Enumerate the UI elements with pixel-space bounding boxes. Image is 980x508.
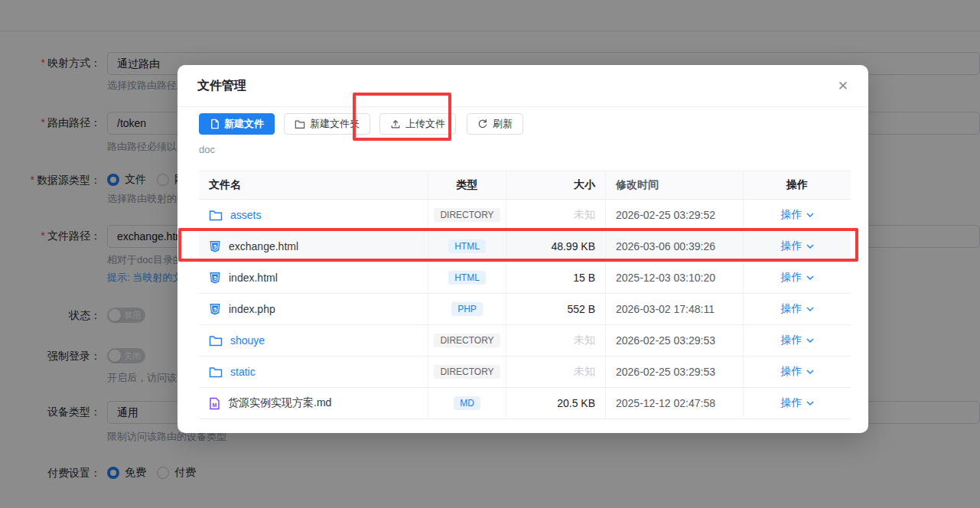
file-mtime: 2026-02-25 03:29:53 bbox=[606, 357, 744, 388]
file-mtime: 2025-12-03 03:10:20 bbox=[606, 262, 744, 294]
new-folder-button[interactable]: 新建文件夹 bbox=[284, 113, 370, 135]
chevron-down-icon bbox=[806, 401, 814, 406]
svg-text:5: 5 bbox=[213, 306, 217, 313]
chevron-down-icon bbox=[806, 244, 814, 249]
file-size: 未知 bbox=[506, 325, 606, 357]
file-size: 未知 bbox=[506, 357, 606, 388]
html-file-icon: 5 bbox=[209, 240, 221, 253]
type-badge: DIRECTORY bbox=[434, 334, 500, 347]
action-dropdown[interactable]: 操作 bbox=[781, 239, 814, 253]
file-size: 48.99 KB bbox=[506, 231, 606, 262]
action-dropdown[interactable]: 操作 bbox=[781, 302, 814, 316]
column-header-type: 类型 bbox=[428, 171, 506, 200]
column-header-action: 操作 bbox=[744, 171, 851, 200]
file-mtime: 2026-03-06 00:39:26 bbox=[606, 231, 744, 262]
svg-text:5: 5 bbox=[213, 275, 217, 282]
file-name: 货源实例实现方案.md bbox=[228, 396, 331, 410]
file-size: 未知 bbox=[506, 200, 606, 231]
table-row: assets DIRECTORY 未知 2026-02-25 03:29:52 … bbox=[199, 200, 851, 231]
close-icon[interactable]: ✕ bbox=[838, 80, 848, 93]
type-badge: DIRECTORY bbox=[434, 208, 500, 222]
refresh-icon bbox=[477, 119, 488, 129]
type-badge: MD bbox=[454, 396, 480, 410]
type-badge: DIRECTORY bbox=[434, 365, 500, 379]
new-file-button[interactable]: 新建文件 bbox=[199, 113, 275, 135]
action-dropdown[interactable]: 操作 bbox=[781, 396, 814, 410]
folder-icon bbox=[295, 119, 305, 129]
folder-icon bbox=[209, 366, 223, 378]
type-badge: HTML bbox=[448, 239, 486, 253]
file-table: 文件名 类型 大小 修改时间 操作 assets DIRECTORY 未知 20… bbox=[199, 171, 851, 419]
file-size: 552 B bbox=[506, 294, 606, 325]
column-header-mtime: 修改时间 bbox=[606, 171, 744, 200]
file-name: index.php bbox=[229, 303, 275, 315]
markdown-file-icon: M bbox=[209, 397, 220, 410]
action-dropdown[interactable]: 操作 bbox=[781, 208, 814, 222]
action-dropdown[interactable]: 操作 bbox=[781, 271, 814, 285]
upload-icon bbox=[390, 119, 401, 129]
table-header: 文件名 类型 大小 修改时间 操作 bbox=[199, 171, 851, 200]
table-row: shouye DIRECTORY 未知 2026-02-25 03:29:53 … bbox=[199, 325, 851, 357]
chevron-down-icon bbox=[806, 275, 814, 281]
column-header-name: 文件名 bbox=[199, 171, 428, 200]
folder-icon bbox=[209, 210, 223, 221]
chevron-down-icon bbox=[806, 338, 814, 344]
file-mtime: 2025-12-12 02:47:58 bbox=[606, 388, 744, 419]
chevron-down-icon bbox=[806, 307, 814, 312]
table-row: 5 index.php PHP 552 B 2026-03-02 17:48:1… bbox=[199, 294, 851, 325]
refresh-button[interactable]: 刷新 bbox=[467, 113, 523, 135]
toolbar: 新建文件 新建文件夹 上传文件 bbox=[199, 113, 848, 135]
modal-header: 文件管理 ✕ bbox=[177, 65, 868, 107]
table-row: static DIRECTORY 未知 2026-02-25 03:29:53 … bbox=[199, 357, 851, 388]
file-size: 20.5 KB bbox=[506, 388, 606, 419]
action-dropdown[interactable]: 操作 bbox=[781, 334, 814, 347]
column-header-size: 大小 bbox=[506, 171, 606, 200]
breadcrumb: doc bbox=[199, 144, 848, 155]
modal-title: 文件管理 bbox=[197, 78, 246, 94]
chevron-down-icon bbox=[806, 370, 814, 375]
folder-icon bbox=[209, 335, 223, 347]
file-size: 15 B bbox=[506, 262, 606, 294]
html-file-icon: 5 bbox=[209, 272, 221, 285]
html-file-icon: 5 bbox=[209, 303, 221, 316]
file-mtime: 2026-02-25 03:29:52 bbox=[606, 200, 744, 231]
svg-text:M: M bbox=[213, 402, 217, 407]
upload-file-button[interactable]: 上传文件 bbox=[379, 113, 456, 135]
chevron-down-icon bbox=[806, 213, 814, 218]
file-name-link[interactable]: shouye bbox=[230, 334, 265, 347]
type-badge: PHP bbox=[451, 302, 483, 316]
table-row: M 货源实例实现方案.md MD 20.5 KB 2025-12-12 02:4… bbox=[199, 388, 851, 419]
file-name: index.html bbox=[229, 272, 278, 284]
file-icon bbox=[210, 119, 220, 129]
file-mtime: 2026-02-25 03:29:53 bbox=[606, 325, 744, 357]
page: *映射方式： 通过路由 选择按路由路径或 *路由路径： /token 路由路径必… bbox=[0, 0, 980, 508]
action-dropdown[interactable]: 操作 bbox=[781, 365, 814, 379]
svg-text:5: 5 bbox=[213, 243, 217, 250]
table-row: 5 exchange.html HTML 48.99 KB 2026-03-06… bbox=[199, 231, 851, 262]
type-badge: HTML bbox=[448, 271, 486, 285]
file-name-link[interactable]: assets bbox=[230, 209, 261, 221]
file-name-link[interactable]: static bbox=[230, 366, 256, 378]
file-manager-modal: 文件管理 ✕ 新建文件 新建文件夹 bbox=[177, 65, 868, 433]
file-mtime: 2026-03-02 17:48:11 bbox=[606, 294, 744, 325]
modal-body: 新建文件 新建文件夹 上传文件 bbox=[177, 107, 868, 419]
file-name: exchange.html bbox=[229, 240, 298, 252]
table-row: 5 index.html HTML 15 B 2025-12-03 03:10:… bbox=[199, 262, 851, 294]
